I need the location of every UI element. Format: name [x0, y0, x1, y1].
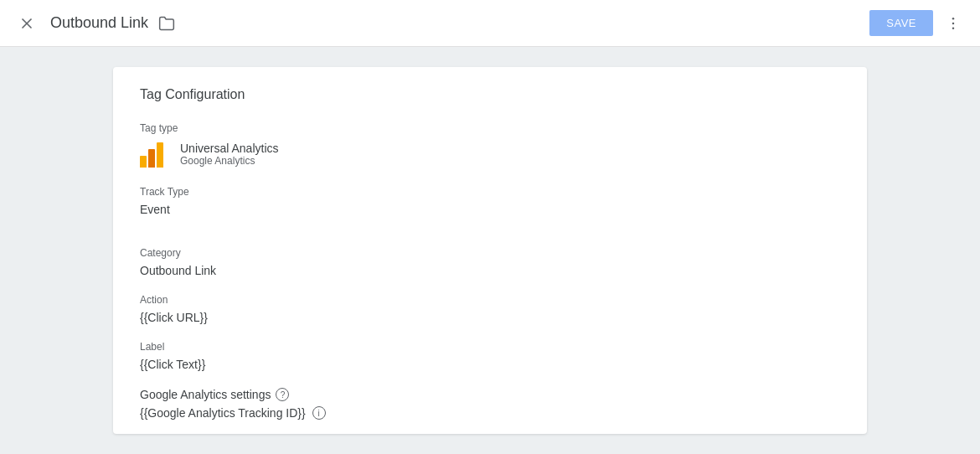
tag-type-label: Tag type	[140, 122, 840, 134]
svg-point-4	[952, 27, 955, 29]
ga-settings-value: {{Google Analytics Tracking ID}}	[140, 406, 306, 420]
track-type-section: Track Type Event	[140, 186, 840, 216]
category-section: Category Outbound Link	[140, 247, 840, 277]
header: Outbound Link SAVE	[0, 0, 980, 47]
tag-configuration-card: Tag Configuration Tag type Universal Ana…	[113, 67, 867, 434]
help-icon[interactable]: ?	[276, 388, 289, 401]
tag-type-section: Tag type Universal Analytics Google Anal…	[140, 122, 840, 169]
action-value: {{Click URL}}	[140, 311, 840, 324]
bar3	[157, 142, 163, 168]
tag-type-text: Universal Analytics Google Analytics	[180, 142, 279, 167]
label-label: Label	[140, 341, 840, 353]
info-icon[interactable]: i	[312, 406, 326, 420]
main-content: Tag Configuration Tag type Universal Ana…	[0, 47, 980, 454]
action-section: Action {{Click URL}}	[140, 294, 840, 324]
label-value: {{Click Text}}	[140, 358, 840, 371]
action-label: Action	[140, 294, 840, 306]
header-right: SAVE	[869, 10, 967, 37]
tag-type-sub: Google Analytics	[180, 155, 279, 167]
bar1	[140, 156, 147, 168]
tag-type-item[interactable]: Universal Analytics Google Analytics	[140, 139, 840, 169]
svg-point-3	[952, 22, 955, 24]
divider	[140, 233, 840, 234]
label-section: Label {{Click Text}}	[140, 341, 840, 371]
header-left: Outbound Link	[13, 10, 175, 37]
track-type-value: Event	[140, 203, 840, 216]
svg-point-2	[952, 17, 955, 19]
category-label: Category	[140, 247, 840, 259]
close-icon[interactable]	[13, 10, 40, 37]
bar2	[148, 149, 155, 168]
ga-settings-label-row: Google Analytics settings ?	[140, 388, 840, 401]
tag-type-name: Universal Analytics	[180, 142, 279, 155]
analytics-icon	[140, 139, 170, 169]
category-value: Outbound Link	[140, 264, 840, 277]
folder-icon[interactable]	[158, 15, 175, 32]
more-options-icon[interactable]	[940, 10, 967, 37]
card-title: Tag Configuration	[140, 87, 840, 102]
page-title: Outbound Link	[50, 14, 148, 32]
save-button[interactable]: SAVE	[869, 10, 933, 36]
track-type-label: Track Type	[140, 186, 840, 198]
ga-settings-value-row: {{Google Analytics Tracking ID}} i	[140, 406, 840, 420]
ga-settings-section: Google Analytics settings ? {{Google Ana…	[140, 388, 840, 420]
ga-settings-label-text: Google Analytics settings	[140, 388, 271, 401]
